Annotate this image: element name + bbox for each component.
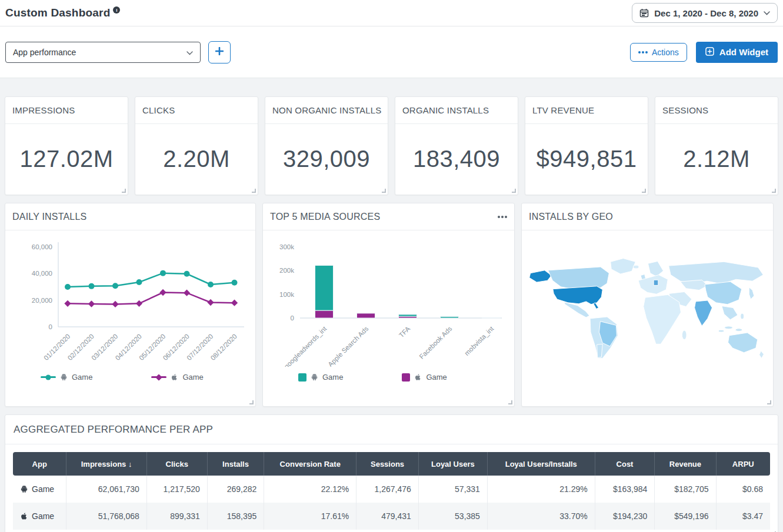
column-header-3[interactable]: Installs <box>208 452 265 476</box>
legend-item-android[interactable]: Game <box>41 373 92 382</box>
app-name: Game <box>32 484 54 494</box>
svg-text:100k: 100k <box>279 291 294 298</box>
region-iceland <box>633 265 639 269</box>
performance-table: AppImpressions ↓ClicksInstallsConversion… <box>13 452 770 530</box>
column-header-8[interactable]: Cost <box>595 452 655 476</box>
daily-installs-widget[interactable]: DAILY INSTALLS 60,00040,00020,000001/12/… <box>5 203 256 407</box>
cell-6: 21.29% <box>488 476 595 503</box>
table-row-ios[interactable]: Game51,768,068899,331158,39517.61%479,43… <box>13 503 770 530</box>
resize-handle[interactable] <box>382 189 386 193</box>
chevron-down-icon <box>186 48 193 57</box>
world-map[interactable] <box>525 239 769 377</box>
installs-by-geo-widget[interactable]: INSTALLS BY GEO <box>521 203 774 407</box>
top-media-sources-bar-chart[interactable]: 300k200k100k0googleadwords_intApple Sear… <box>268 233 507 367</box>
top-media-sources-widget[interactable]: TOP 5 MEDIA SOURCES 300k200k100k0googlea… <box>262 203 515 407</box>
chart-legend: Game Game <box>298 373 509 382</box>
aggregated-performance-widget[interactable]: AGGREGATED PERFORMANCE PER APP AppImpres… <box>5 414 778 532</box>
kpi-value: 329,009 <box>265 124 388 193</box>
kpi-label: IMPRESSIONS <box>5 97 128 124</box>
actions-button[interactable]: Actions <box>630 43 687 62</box>
resize-handle[interactable] <box>642 189 646 193</box>
country-philippines <box>741 313 744 319</box>
kpi-card-organic-installs[interactable]: ORGANIC INSTALLS 183,409 <box>395 96 518 195</box>
column-header-4[interactable]: Conversion Rate <box>264 452 356 476</box>
column-header-10[interactable]: ARPU <box>717 452 770 476</box>
column-header-9[interactable]: Revenue <box>655 452 716 476</box>
column-header-1[interactable]: Impressions ↓ <box>66 452 146 476</box>
add-dashboard-button[interactable] <box>208 41 231 63</box>
info-icon[interactable]: i <box>113 6 120 14</box>
svg-text:300k: 300k <box>279 243 294 250</box>
svg-text:200k: 200k <box>279 267 294 274</box>
country-argentina <box>597 344 603 357</box>
widget-title: DAILY INSTALLS <box>12 212 86 222</box>
legend-item-ios[interactable]: Game <box>151 373 203 382</box>
apple-icon <box>414 373 422 381</box>
kpi-value: 183,409 <box>395 124 518 193</box>
resize-handle[interactable] <box>767 400 771 404</box>
kpi-label: NON ORGANIC INSTALLS <box>265 97 388 124</box>
svg-text:Facebook Ads: Facebook Ads <box>418 325 453 360</box>
country-india <box>695 300 712 326</box>
cell-8: $549,196 <box>655 503 716 530</box>
kpi-card-ltv-revenue[interactable]: LTV REVENUE $949,851 <box>525 96 648 195</box>
ios-icon <box>20 512 28 520</box>
kpi-value: $949,851 <box>525 124 648 193</box>
cell-0: 51,768,068 <box>66 503 146 530</box>
legend-label: Game <box>72 373 92 382</box>
cell-5: 53,385 <box>419 503 488 530</box>
table-row-android[interactable]: Game62,061,7301,217,520269,28222.12%1,26… <box>13 476 770 503</box>
kpi-card-clicks[interactable]: CLICKS 2.20M <box>135 96 258 195</box>
kpi-card-non-organic-installs[interactable]: NON ORGANIC INSTALLS 329,009 <box>265 96 388 195</box>
resize-handle[interactable] <box>508 400 512 404</box>
kpi-label: CLICKS <box>135 97 258 124</box>
svg-text:TFA: TFA <box>398 325 412 339</box>
cell-9: $3.47 <box>717 503 770 530</box>
cell-1: 1,217,520 <box>147 476 208 503</box>
plus-icon <box>215 47 224 57</box>
country-germany <box>654 280 658 285</box>
apple-icon <box>171 373 178 381</box>
resize-handle[interactable] <box>772 189 776 193</box>
cell-1: 899,331 <box>147 503 208 530</box>
column-header-2[interactable]: Clicks <box>147 452 208 476</box>
country-greenland <box>611 259 635 275</box>
region-indonesia-3 <box>718 330 724 332</box>
resize-handle[interactable] <box>249 400 254 404</box>
resize-handle[interactable] <box>252 189 256 193</box>
kpi-label: ORGANIC INSTALLS <box>395 97 518 124</box>
legend-item-ios[interactable]: Game <box>402 373 447 382</box>
resize-handle[interactable] <box>122 189 126 193</box>
resize-handle[interactable] <box>512 189 516 193</box>
cell-2: 158,395 <box>208 503 265 530</box>
widget-menu-icon[interactable] <box>498 216 507 218</box>
column-header-7[interactable]: Loyal Users/Installs <box>488 452 595 476</box>
country-australia <box>728 333 758 353</box>
add-widget-button[interactable]: Add Widget <box>696 42 778 63</box>
svg-text:60,000: 60,000 <box>32 243 52 250</box>
dashboard-select[interactable]: App performance <box>5 42 201 63</box>
widget-title: AGGREGATED PERFORMANCE PER APP <box>14 424 213 436</box>
kpi-card-sessions[interactable]: SESSIONS 2.12M <box>655 96 778 195</box>
cell-7: $163,984 <box>595 476 655 503</box>
legend-label: Game <box>322 373 343 382</box>
date-range-picker[interactable]: Dec 1, 2020 - Dec 8, 2020 <box>632 3 778 23</box>
country-new-zealand <box>759 351 764 359</box>
swatch-icon <box>402 373 410 382</box>
svg-text:40,000: 40,000 <box>32 270 52 277</box>
column-header-5[interactable]: Sessions <box>356 452 419 476</box>
widget-title: INSTALLS BY GEO <box>529 212 613 222</box>
android-icon <box>20 485 28 493</box>
svg-text:0: 0 <box>291 314 294 322</box>
charts-row: DAILY INSTALLS 60,00040,00020,000001/12/… <box>5 203 778 407</box>
column-header-6[interactable]: Loyal Users <box>419 452 488 476</box>
kpi-card-impressions[interactable]: IMPRESSIONS 127.02M <box>5 96 128 195</box>
column-header-0[interactable]: App <box>13 452 66 476</box>
cell-6: 33.70% <box>488 503 595 530</box>
legend-item-android[interactable]: Game <box>298 373 343 382</box>
svg-text:Apple Search Ads: Apple Search Ads <box>326 325 369 367</box>
kpi-label: SESSIONS <box>655 97 778 124</box>
daily-installs-line-chart[interactable]: 60,00040,00020,000001/12/202002/12/20200… <box>10 233 248 367</box>
dashboard-canvas: IMPRESSIONS 127.02M CLICKS 2.20M NON ORG… <box>0 78 783 532</box>
svg-text:0: 0 <box>49 323 52 330</box>
